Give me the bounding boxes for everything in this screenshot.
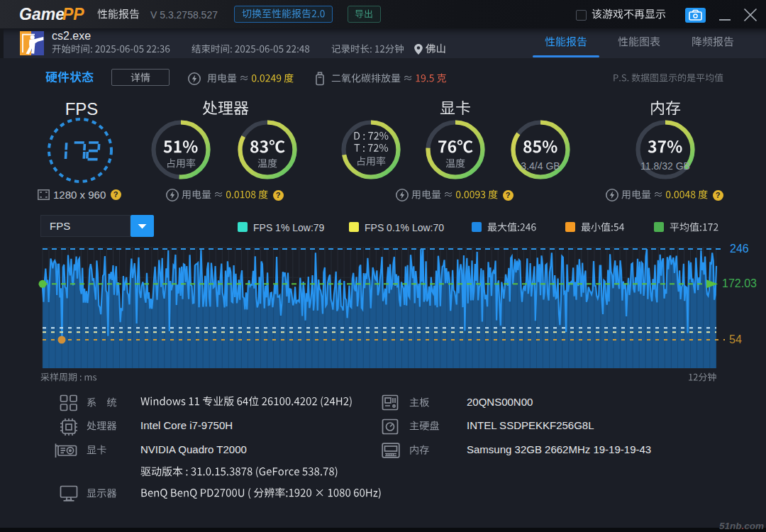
svg-text:172.03: 172.03	[722, 277, 757, 289]
svg-text:54: 54	[729, 333, 742, 345]
svg-text:246: 246	[730, 243, 749, 255]
